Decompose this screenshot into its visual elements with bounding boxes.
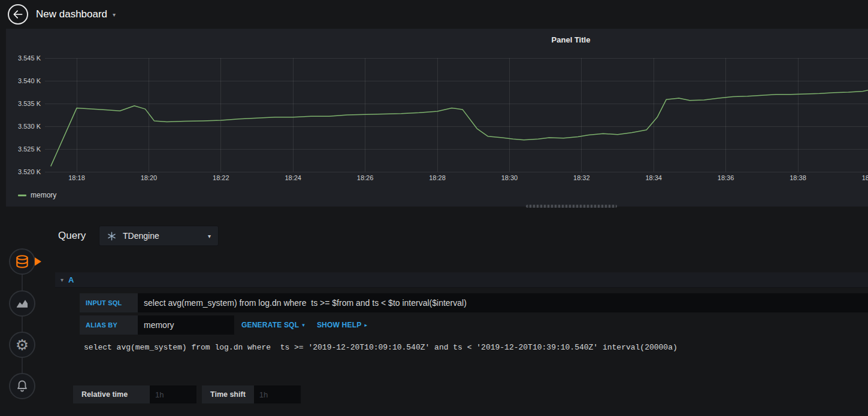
input-sql-label: INPUT SQL <box>80 293 138 312</box>
query-ref-id: A <box>68 275 74 284</box>
database-icon <box>14 254 30 269</box>
time-shift-input[interactable] <box>254 385 301 403</box>
datasource-name: TDengine <box>123 231 202 241</box>
svg-text:3.525 K: 3.525 K <box>18 145 41 153</box>
svg-text:18:22: 18:22 <box>213 174 229 181</box>
sidebar-item-queries[interactable] <box>9 248 35 275</box>
chart-svg[interactable]: 3.545 K3.540 K3.535 K3.530 K3.525 K3.520… <box>6 53 868 190</box>
active-tab-pointer-icon <box>35 257 41 266</box>
generate-sql-label: GENERATE SQL <box>241 321 299 329</box>
chevron-down-icon[interactable]: ▾ <box>113 11 116 18</box>
chart-legend: memory <box>18 191 56 199</box>
dashboard-title[interactable]: New dashboard <box>36 8 107 20</box>
top-bar: New dashboard ▾ <box>0 0 868 29</box>
sidebar-item-general[interactable]: ⚙ <box>9 332 35 358</box>
svg-text:18:28: 18:28 <box>429 174 446 181</box>
svg-text:18:34: 18:34 <box>645 174 662 181</box>
svg-text:3.540 K: 3.540 K <box>18 77 41 84</box>
input-sql-field[interactable] <box>138 293 868 312</box>
svg-text:18:24: 18:24 <box>285 174 301 181</box>
panel-resize-handle[interactable] <box>526 205 617 208</box>
svg-text:18:36: 18:36 <box>718 174 734 181</box>
chevron-down-icon: ▾ <box>208 233 211 239</box>
sidebar-item-alert[interactable] <box>9 373 35 399</box>
time-options-row: Relative time Time shift <box>73 385 301 403</box>
graph-panel: Panel Title 3.545 K3.540 K3.535 K3.530 K… <box>6 29 868 207</box>
bell-icon <box>15 379 29 393</box>
graph-icon <box>15 296 29 311</box>
input-sql-row: INPUT SQL <box>80 293 868 312</box>
svg-text:3.530 K: 3.530 K <box>18 123 41 130</box>
svg-text:18:26: 18:26 <box>357 174 374 181</box>
arrow-left-icon <box>12 8 24 20</box>
chevron-down-icon: ▾ <box>302 322 305 328</box>
legend-label[interactable]: memory <box>31 191 56 199</box>
sidebar-item-visualization[interactable] <box>9 290 35 317</box>
relative-time-input[interactable] <box>150 385 196 403</box>
svg-text:18:40: 18:40 <box>862 174 868 181</box>
svg-text:3.545 K: 3.545 K <box>18 54 41 62</box>
back-button[interactable] <box>8 4 28 25</box>
generate-sql-button[interactable]: GENERATE SQL ▾ <box>241 321 305 329</box>
svg-text:18:18: 18:18 <box>68 174 85 181</box>
svg-text:18:20: 18:20 <box>141 174 158 181</box>
collapse-caret-icon: ▾ <box>61 277 63 283</box>
datasource-picker[interactable]: TDengine ▾ <box>99 226 219 246</box>
query-section-title: Query <box>58 230 86 242</box>
alias-by-field[interactable] <box>138 315 234 335</box>
show-help-label: SHOW HELP <box>317 321 361 329</box>
legend-color-swatch[interactable] <box>18 195 26 196</box>
sidebar-connector-line <box>22 262 23 386</box>
generated-sql-preview: select avg(mem_system) from log.dn where… <box>84 343 678 352</box>
svg-text:3.520 K: 3.520 K <box>18 168 41 175</box>
svg-text:18:38: 18:38 <box>790 174 806 181</box>
alias-by-label: ALIAS BY <box>80 315 138 335</box>
show-help-button[interactable]: SHOW HELP ▸ <box>317 321 367 329</box>
alias-by-row: ALIAS BY GENERATE SQL ▾ SHOW HELP ▸ <box>80 315 367 335</box>
query-row-header[interactable]: ▾ A <box>55 272 868 288</box>
panel-title[interactable]: Panel Title <box>552 35 591 44</box>
svg-text:3.535 K: 3.535 K <box>18 100 41 107</box>
tdengine-logo-icon <box>107 231 117 241</box>
chevron-right-icon: ▸ <box>364 322 367 328</box>
svg-text:18:30: 18:30 <box>501 174 518 181</box>
svg-text:18:32: 18:32 <box>573 174 590 181</box>
relative-time-label: Relative time <box>73 385 150 403</box>
time-shift-label: Time shift <box>202 385 254 403</box>
gear-icon: ⚙ <box>16 338 29 353</box>
